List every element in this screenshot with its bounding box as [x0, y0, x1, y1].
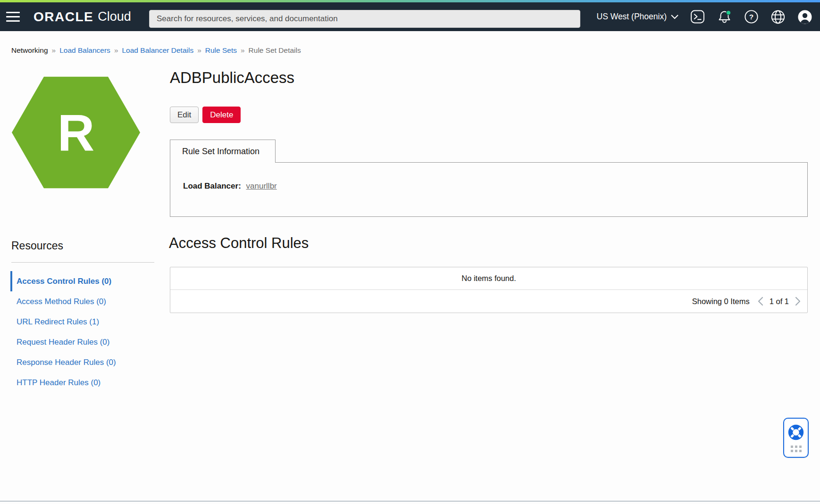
chevron-down-icon	[671, 15, 678, 19]
entity-initial: R	[58, 105, 95, 162]
sidebar-item-response-header-rules[interactable]: Response Header Rules (0)	[10, 352, 161, 372]
support-launcher[interactable]	[783, 418, 809, 458]
cloud-wordmark: Cloud	[98, 9, 131, 24]
drag-handle-dots-icon	[791, 446, 802, 452]
page-indicator: 1 of 1	[770, 297, 789, 306]
top-navigation-bar: ORACLE Cloud US West (Phoenix)	[0, 2, 820, 31]
region-selector[interactable]: US West (Phoenix)	[597, 12, 678, 22]
svg-text:?: ?	[749, 13, 753, 21]
oracle-cloud-logo[interactable]: ORACLE Cloud	[33, 2, 131, 31]
breadcrumb-separator: »	[114, 46, 118, 55]
profile-avatar-icon[interactable]	[797, 9, 812, 25]
sidebar-item-request-header-rules[interactable]: Request Header Rules (0)	[10, 332, 161, 352]
breadcrumb-rule-set-details: Rule Set Details	[249, 46, 301, 55]
action-buttons: Edit Delete	[170, 107, 241, 123]
topbar-actions: US West (Phoenix)	[597, 2, 812, 31]
table-footer: Showing 0 Items 1 of 1	[170, 290, 807, 313]
breadcrumb-rule-sets[interactable]: Rule Sets	[205, 46, 237, 55]
access-control-rules-table: No items found. Showing 0 Items 1 of 1	[170, 267, 808, 313]
access-control-rules-heading: Access Control Rules	[169, 235, 309, 252]
showing-items-count: Showing 0 Items	[692, 297, 750, 306]
breadcrumb-load-balancers[interactable]: Load Balancers	[59, 46, 110, 55]
edit-button[interactable]: Edit	[170, 107, 199, 123]
region-label: US West (Phoenix)	[597, 12, 667, 22]
load-balancer-label: Load Balancer:	[183, 182, 241, 190]
menu-icon[interactable]	[6, 12, 20, 22]
notifications-icon[interactable]	[717, 9, 732, 25]
tab-rule-set-information[interactable]: Rule Set Information	[170, 140, 276, 163]
empty-state-message: No items found.	[170, 267, 807, 290]
delete-button[interactable]: Delete	[202, 107, 241, 123]
sidebar-item-url-redirect-rules[interactable]: URL Redirect Rules (1)	[10, 312, 161, 332]
rule-set-information-panel: Load Balancer: vanurllbr	[170, 162, 808, 217]
oracle-wordmark: ORACLE	[33, 9, 93, 25]
load-balancer-row: Load Balancer: vanurllbr	[183, 182, 277, 191]
search-input[interactable]	[149, 10, 580, 28]
rule-set-hexagon-icon: R	[12, 76, 140, 189]
previous-page-icon[interactable]	[758, 297, 763, 306]
breadcrumb-separator: »	[241, 46, 245, 55]
breadcrumb-separator: »	[197, 46, 201, 55]
resources-divider	[11, 262, 154, 263]
sidebar-item-http-header-rules[interactable]: HTTP Header Rules (0)	[10, 372, 161, 393]
viewport-bottom-edge	[0, 501, 820, 502]
notification-dot	[726, 10, 730, 15]
sidebar-item-access-method-rules[interactable]: Access Method Rules (0)	[10, 291, 161, 312]
pagination: 1 of 1	[758, 297, 801, 306]
next-page-icon[interactable]	[795, 297, 801, 306]
breadcrumb-separator: »	[52, 46, 56, 55]
load-balancer-link[interactable]: vanurllbr	[246, 182, 277, 190]
breadcrumb: Networking » Load Balancers » Load Balan…	[11, 46, 301, 55]
sidebar-item-access-control-rules[interactable]: Access Control Rules (0)	[10, 271, 161, 291]
resources-list: Access Control Rules (0) Access Method R…	[10, 271, 161, 393]
resources-heading: Resources	[11, 240, 63, 252]
lifebuoy-icon	[787, 423, 805, 441]
cloud-shell-icon[interactable]	[690, 9, 705, 24]
language-globe-icon[interactable]	[770, 9, 786, 25]
help-icon[interactable]: ?	[744, 9, 759, 24]
breadcrumb-networking: Networking	[11, 46, 48, 55]
oci-console-page: ORACLE Cloud US West (Phoenix)	[0, 0, 820, 504]
breadcrumb-load-balancer-details[interactable]: Load Balancer Details	[122, 46, 194, 55]
page-title: ADBPublicAccess	[170, 69, 294, 87]
